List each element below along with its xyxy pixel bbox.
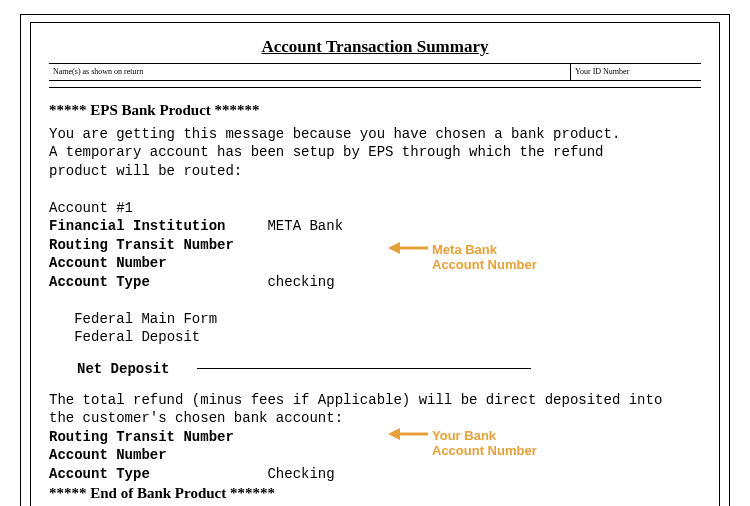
section-open-marker: ***** EPS Bank Product ****** bbox=[49, 102, 701, 119]
federal-deposit: Federal Deposit bbox=[49, 328, 701, 346]
arrow-left-icon bbox=[388, 241, 428, 255]
account-type-label-1: Account Type bbox=[49, 274, 150, 290]
intro-line-1: You are getting this message because you… bbox=[49, 125, 701, 143]
account-type-row-1: Account Type checking bbox=[49, 273, 701, 291]
blank-line-2 bbox=[49, 291, 701, 309]
refund-line-1: The total refund (minus fees if Applicab… bbox=[49, 391, 701, 409]
annotation-text-your: Your Bank Account Number bbox=[432, 429, 537, 459]
svg-marker-3 bbox=[388, 428, 400, 440]
account-type-label-2: Account Type bbox=[49, 466, 150, 482]
intro-line-2: A temporary account has been setup by EP… bbox=[49, 143, 701, 161]
svg-marker-1 bbox=[388, 242, 400, 254]
financial-institution-row: Financial Institution META Bank bbox=[49, 217, 701, 235]
refund-line-2: the customer's chosen bank account: bbox=[49, 409, 701, 427]
arrow-left-icon bbox=[388, 427, 428, 441]
account-number-label-2: Account Number bbox=[49, 446, 701, 464]
section-close-marker: ***** End of Bank Product ****** bbox=[49, 485, 701, 502]
id-label: Your ID Number bbox=[571, 64, 701, 80]
account-heading: Account #1 bbox=[49, 199, 701, 217]
fi-label: Financial Institution bbox=[49, 218, 225, 234]
intro-line-3: product will be routed: bbox=[49, 162, 701, 180]
net-deposit-underline bbox=[197, 368, 531, 369]
document-body: Account Transaction Summary Name(s) as s… bbox=[30, 22, 720, 506]
account-type-value-2: Checking bbox=[267, 466, 334, 482]
account-type-row-2: Account Type Checking bbox=[49, 465, 701, 483]
annotation-meta-bank: Meta Bank Account Number bbox=[388, 240, 428, 255]
fi-value: META Bank bbox=[267, 218, 343, 234]
page-title: Account Transaction Summary bbox=[49, 37, 701, 57]
annotation-your-bank: Your Bank Account Number bbox=[388, 426, 428, 441]
name-label: Name(s) as shown on return bbox=[49, 64, 571, 80]
blank-line bbox=[49, 180, 701, 198]
net-deposit-row: Net Deposit bbox=[49, 361, 701, 377]
routing-transit-number-label-1: Routing Transit Number bbox=[49, 236, 701, 254]
federal-main-form: Federal Main Form bbox=[49, 310, 701, 328]
net-deposit-label: Net Deposit bbox=[49, 361, 197, 377]
account-number-label-1: Account Number bbox=[49, 254, 701, 272]
header-row: Name(s) as shown on return Your ID Numbe… bbox=[49, 63, 701, 81]
annotation-text-meta: Meta Bank Account Number bbox=[432, 243, 537, 273]
account-type-value-1: checking bbox=[267, 274, 334, 290]
routing-transit-number-label-2: Routing Transit Number bbox=[49, 428, 701, 446]
divider bbox=[49, 87, 701, 88]
